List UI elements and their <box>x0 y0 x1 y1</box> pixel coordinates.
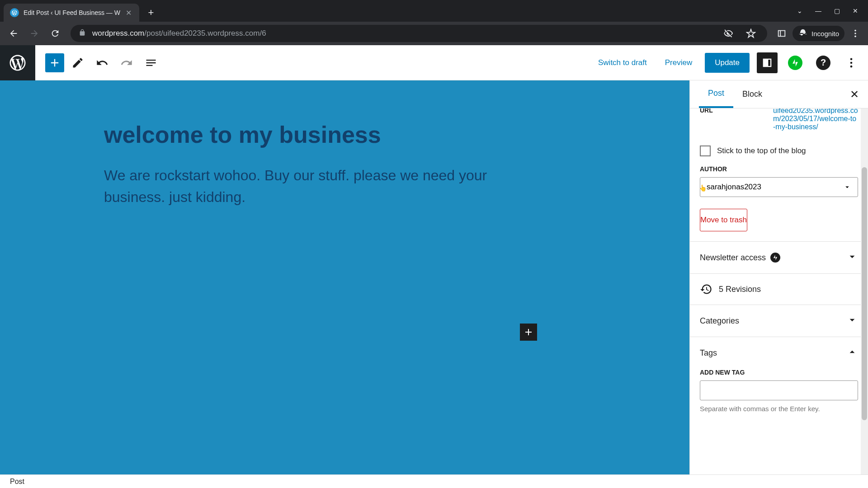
add-block-button[interactable] <box>45 53 64 72</box>
url-value[interactable]: uifeed20235.wordpress.com/2023/05/17/wel… <box>773 108 858 131</box>
jetpack-button[interactable] <box>785 52 806 73</box>
sticky-checkbox[interactable] <box>700 145 711 156</box>
tag-hint: Separate with commas or the Enter key. <box>700 405 858 413</box>
close-sidebar-button[interactable]: ✕ <box>850 88 859 101</box>
undo-button[interactable] <box>91 52 113 74</box>
status-text: Post <box>10 478 24 486</box>
revisions-row[interactable]: 5 Revisions <box>690 273 868 305</box>
wordpress-favicon <box>10 8 19 17</box>
close-window-icon[interactable]: ✕ <box>853 7 858 14</box>
wordpress-editor: Switch to draft Preview Update ? welcome… <box>0 45 868 488</box>
tab-title: Edit Post ‹ UI Feed Business — W <box>24 9 120 16</box>
forward-button[interactable] <box>25 24 43 42</box>
new-tab-button[interactable]: + <box>144 5 158 20</box>
post-title[interactable]: welcome to my business <box>104 121 662 148</box>
help-icon: ? <box>816 56 830 70</box>
sticky-label: Stick to the top of the blog <box>717 146 806 155</box>
incognito-label: Incognito <box>811 30 839 38</box>
editor-toolbar-left <box>35 52 162 74</box>
back-button[interactable] <box>5 24 23 42</box>
panel-tags-header[interactable]: Tags <box>690 337 868 369</box>
browser-titlebar: Edit Post ‹ UI Feed Business — W ✕ + ⌄ —… <box>0 0 868 22</box>
jetpack-badge-icon <box>770 253 780 263</box>
tab-strip: Edit Post ‹ UI Feed Business — W ✕ + <box>4 0 158 22</box>
panel-categories-header[interactable]: Categories <box>690 305 868 337</box>
editor-body: welcome to my business We are rockstart … <box>0 80 868 474</box>
add-tag-label: ADD NEW TAG <box>700 369 858 376</box>
incognito-icon <box>798 28 808 38</box>
tags-label: Tags <box>700 348 717 358</box>
newsletter-label: Newsletter access <box>700 253 766 263</box>
svg-point-2 <box>854 36 856 38</box>
chevron-down-icon <box>846 251 858 264</box>
post-body[interactable]: We are rockstart wohoo. Buy our stuff. p… <box>104 164 529 208</box>
url-text: wordpress.com/post/uifeed20235.wordpress… <box>92 29 714 38</box>
svg-point-4 <box>850 61 853 64</box>
author-section: AUTHOR sarahjonas2023 <box>690 165 868 207</box>
settings-sidebar: Post Block ✕ 👆 URL uifeed20235.wordpress… <box>689 80 868 474</box>
menu-icon[interactable] <box>847 25 863 42</box>
extensions-icon[interactable] <box>774 25 790 42</box>
add-block-inline-button[interactable] <box>520 324 537 341</box>
star-icon[interactable] <box>743 25 759 42</box>
maximize-icon[interactable]: ▢ <box>834 7 840 14</box>
browser-toolbar: wordpress.com/post/uifeed20235.wordpress… <box>0 22 868 45</box>
author-label: AUTHOR <box>700 165 858 173</box>
incognito-badge[interactable]: Incognito <box>793 26 844 41</box>
jetpack-icon <box>788 56 802 70</box>
svg-point-1 <box>854 33 856 34</box>
scrollbar-thumb[interactable] <box>862 167 867 420</box>
svg-point-5 <box>850 65 853 67</box>
tab-block[interactable]: Block <box>733 81 771 107</box>
chevron-down-icon <box>843 183 851 191</box>
svg-point-0 <box>854 30 856 32</box>
address-bar[interactable]: wordpress.com/post/uifeed20235.wordpress… <box>71 25 767 42</box>
wordpress-logo[interactable] <box>0 45 35 80</box>
reload-button[interactable] <box>46 24 64 42</box>
panel-newsletter-header[interactable]: Newsletter access <box>690 242 868 273</box>
status-bar: Post <box>0 474 868 488</box>
editor-header: Switch to draft Preview Update ? <box>0 45 868 80</box>
panel-tags: Tags ADD NEW TAG Separate with commas or… <box>690 337 868 419</box>
document-overview-button[interactable] <box>140 52 162 74</box>
panel-tags-body: ADD NEW TAG Separate with commas or the … <box>690 369 868 419</box>
revisions-label: 5 Revisions <box>719 285 761 294</box>
update-button[interactable]: Update <box>705 53 750 73</box>
author-value: sarahjonas2023 <box>707 183 761 192</box>
svg-point-3 <box>850 58 853 60</box>
redo-button[interactable] <box>116 52 137 74</box>
history-icon <box>700 283 712 296</box>
url-row: URL uifeed20235.wordpress.com/2023/05/17… <box>690 108 868 139</box>
chevron-up-icon <box>846 346 858 360</box>
panel-newsletter: Newsletter access <box>690 241 868 273</box>
tools-button[interactable] <box>67 52 89 74</box>
editor-toolbar-right: Switch to draft Preview Update ? <box>593 52 868 73</box>
minimize-icon[interactable]: — <box>815 7 821 14</box>
url-label: URL <box>700 108 768 131</box>
browser-tab[interactable]: Edit Post ‹ UI Feed Business — W ✕ <box>4 4 139 22</box>
tab-post[interactable]: Post <box>699 80 733 108</box>
window-controls: ⌄ — ▢ ✕ <box>797 7 864 14</box>
chevron-down-icon[interactable]: ⌄ <box>797 7 802 14</box>
help-button[interactable]: ? <box>813 52 834 73</box>
eye-off-icon[interactable] <box>720 25 736 42</box>
tab-close-icon[interactable]: ✕ <box>125 9 133 17</box>
switch-draft-button[interactable]: Switch to draft <box>593 55 652 71</box>
options-menu-button[interactable] <box>841 52 862 73</box>
tag-input[interactable] <box>700 380 858 400</box>
author-select[interactable]: sarahjonas2023 <box>700 177 858 197</box>
lock-icon <box>79 29 86 38</box>
sidebar-tabs: Post Block ✕ 👆 <box>690 80 868 108</box>
settings-sidebar-toggle[interactable] <box>757 52 778 73</box>
chevron-down-icon <box>846 314 858 328</box>
sidebar-content: URL uifeed20235.wordpress.com/2023/05/17… <box>690 108 868 474</box>
preview-button[interactable]: Preview <box>660 55 698 71</box>
categories-label: Categories <box>700 316 739 326</box>
scrollbar-track[interactable] <box>861 108 868 474</box>
panel-categories: Categories <box>690 305 868 337</box>
sticky-row: Stick to the top of the blog <box>690 139 868 165</box>
move-to-trash-button[interactable]: Move to trash <box>700 209 747 231</box>
editor-canvas[interactable]: welcome to my business We are rockstart … <box>0 80 689 474</box>
